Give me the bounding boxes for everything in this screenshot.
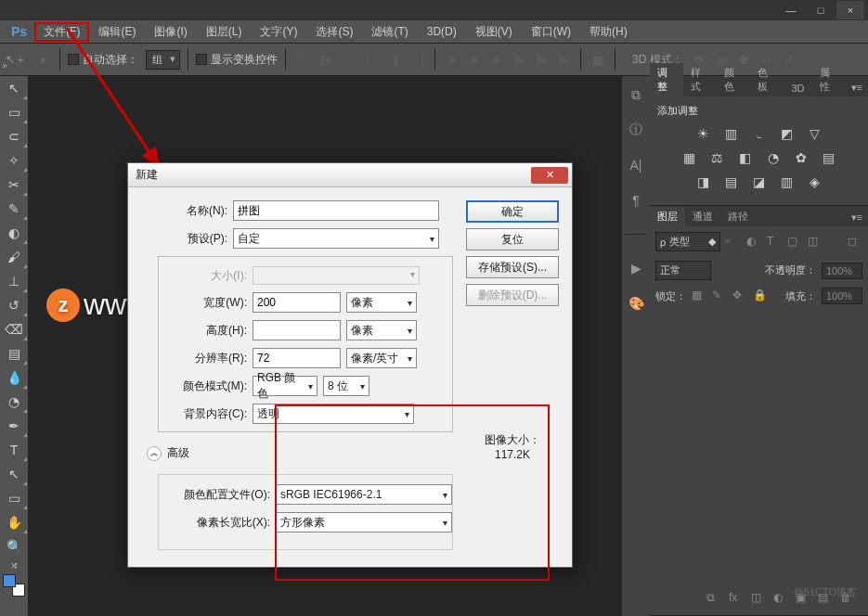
distribute-right-icon[interactable]: ⊪ [554,50,573,69]
auto-select-checkbox[interactable]: 自动选择： [68,52,138,68]
history-panel-icon[interactable]: ⧉ [627,85,645,104]
height-unit-dropdown[interactable]: 像素 [346,320,417,340]
paragraph-panel-icon[interactable]: ¶ [627,191,645,210]
hue-icon[interactable]: ▦ [681,149,698,166]
zoom-tool[interactable]: 🔍 [0,534,28,558]
brightness-icon[interactable]: ☀ [695,125,712,142]
dialog-close-button[interactable]: ✕ [531,167,568,184]
eyedropper-tool[interactable]: ✎ [0,197,28,221]
eraser-tool[interactable]: ⌫ [0,317,28,341]
magic-wand-tool[interactable]: ✧ [0,148,28,173]
distribute-left-icon[interactable]: ⊪ [510,50,528,69]
gradient-map-icon[interactable]: ▥ [779,173,796,190]
brush-panel-icon[interactable]: ▶ [627,259,645,277]
shape-tool[interactable]: ▭ [0,486,28,510]
tool-preset-dropdown-icon[interactable]: ▾ [33,50,52,69]
tab-layers[interactable]: 图层 [650,207,685,226]
color-mode-dropdown[interactable]: RGB 颜色 [253,376,317,396]
align-vcenter-icon[interactable]: ⊟ [316,50,334,69]
hand-tool[interactable]: ✋ [0,510,28,534]
tab-channels[interactable]: 通道 [685,207,720,226]
preset-dropdown[interactable]: 自定 [233,228,439,249]
clone-stamp-tool[interactable]: ⊥ [0,269,28,293]
toolbox-collapse-tab[interactable]: » [0,59,9,72]
foreground-color-swatch[interactable] [3,574,16,587]
menu-select[interactable]: 选择(S) [306,22,362,42]
menu-3d[interactable]: 3D(D) [418,23,466,40]
name-input[interactable] [233,200,439,221]
exposure-icon[interactable]: ◩ [779,125,796,142]
show-transform-checkbox[interactable]: 显示变换控件 [196,52,278,68]
history-brush-tool[interactable]: ↺ [0,293,28,317]
height-input[interactable] [253,320,341,340]
bw-icon[interactable]: ◧ [737,149,754,166]
info-panel-icon[interactable]: ⓘ [627,121,645,139]
type-tool[interactable]: T [0,438,28,462]
window-close-button[interactable]: × [836,1,864,19]
window-minimize-button[interactable]: — [777,1,805,19]
color-swap-icon[interactable]: ⤭ [0,558,28,571]
pen-tool[interactable]: ✒ [0,414,28,438]
menu-file[interactable]: 文件(F) [34,22,89,42]
cancel-button[interactable]: 复位 [466,228,559,250]
menu-filter[interactable]: 滤镜(T) [362,22,417,42]
menu-window[interactable]: 窗口(W) [522,22,580,42]
brush-presets-icon[interactable]: 🎨 [627,294,645,313]
menu-edit[interactable]: 编辑(E) [89,22,145,42]
resolution-unit-dropdown[interactable]: 像素/英寸 [346,348,417,368]
panel-menu-icon[interactable]: ▾≡ [846,79,868,96]
window-maximize-button[interactable]: □ [807,1,835,19]
threshold-icon[interactable]: ◪ [751,173,768,190]
path-select-tool[interactable]: ↖ [0,462,28,486]
character-panel-icon[interactable]: A| [627,156,645,174]
layer-filter-type[interactable]: ρ类型◆ [655,232,720,251]
photo-filter-icon[interactable]: ◔ [765,149,782,166]
adjustment-layer-icon[interactable]: ◐ [773,591,788,606]
fill-input[interactable]: 100% [822,288,862,304]
curves-icon[interactable]: ⦦ [751,125,768,142]
align-right-icon[interactable]: ⎹ [408,50,427,69]
width-unit-dropdown[interactable]: 像素 [346,292,417,313]
distribute-hcenter-icon[interactable]: ⊪ [532,50,551,69]
advanced-toggle[interactable]: ︽ 高级 [147,445,453,461]
menu-text[interactable]: 文字(Y) [251,22,306,42]
save-preset-button[interactable]: 存储预设(S)... [466,256,559,278]
posterize-icon[interactable]: ▤ [723,173,740,190]
lock-all-icon[interactable]: 🔒 [753,289,768,303]
lookup-icon[interactable]: ▤ [821,149,837,166]
menu-view[interactable]: 视图(V) [466,22,522,42]
channel-mixer-icon[interactable]: ✿ [793,149,810,166]
dodge-tool[interactable]: ◔ [0,390,28,414]
dialog-titlebar[interactable]: 新建 ✕ [128,163,572,187]
vibrance-icon[interactable]: ▽ [807,125,823,142]
selective-color-icon[interactable]: ◈ [807,173,823,190]
invert-icon[interactable]: ◨ [695,173,712,190]
distribute-bottom-icon[interactable]: ≡ [487,50,506,69]
bit-depth-dropdown[interactable]: 8 位 [323,376,369,396]
lock-transparency-icon[interactable]: ▦ [692,289,706,303]
layer-fx-icon[interactable]: fx [729,591,744,606]
tab-properties[interactable]: 属性 [812,63,846,96]
foreground-background-swatch[interactable] [0,571,28,599]
layer-mask-icon[interactable]: ◫ [751,591,766,606]
color-profile-dropdown[interactable]: sRGB IEC61966-2.1 [276,484,452,505]
blend-mode-dropdown[interactable]: 正常 [655,261,711,280]
blur-tool[interactable]: 💧 [0,366,28,390]
filter-smart-icon[interactable]: ◫ [808,235,823,250]
lasso-tool[interactable]: ⊂ [0,124,28,148]
menu-image[interactable]: 图像(I) [145,22,196,42]
filter-adjust-icon[interactable]: ◐ [746,235,761,250]
resolution-input[interactable] [253,348,341,368]
tab-adjustments[interactable]: 调整 [650,63,683,96]
gradient-tool[interactable]: ▤ [0,341,28,366]
healing-brush-tool[interactable]: ◐ [0,221,28,245]
filter-type-icon[interactable]: T [767,235,782,250]
tab-color[interactable]: 颜色 [717,63,750,96]
tab-styles[interactable]: 样式 [683,63,717,96]
link-layers-icon[interactable]: ⧉ [706,591,721,606]
tab-paths[interactable]: 路径 [720,207,756,226]
opacity-input[interactable]: 100% [822,263,862,279]
bg-content-dropdown[interactable]: 透明 [253,404,414,424]
pixel-aspect-dropdown[interactable]: 方形像素 [276,512,452,533]
align-bottom-icon[interactable]: ⎵ [338,50,356,69]
